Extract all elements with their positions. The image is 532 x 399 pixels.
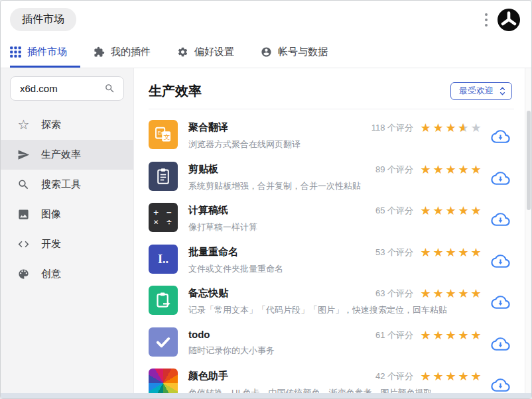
star-icon: ★ xyxy=(419,247,432,258)
sidebar-item-4[interactable]: 图像 xyxy=(1,200,133,229)
plugin-rating: 89 个评分 ★★★★★ xyxy=(375,164,482,176)
clipboard-icon xyxy=(149,162,178,191)
cloud-download-icon[interactable] xyxy=(491,170,510,186)
cloud-download-icon[interactable] xyxy=(491,129,510,144)
star-icon: ★ xyxy=(457,205,470,217)
calculator-icon: + −× ÷ xyxy=(149,203,178,232)
plugin-description: 浏览器方式聚合在线网页翻译 xyxy=(188,139,300,150)
tab-1[interactable]: 插件市场 xyxy=(10,38,80,68)
code-icon xyxy=(17,238,30,251)
content-body: ☆ 探索 生产效率 搜索工具 图像 开发 创意 生产效率 最受欢迎 xyxy=(1,68,531,399)
plugin-rating: 118 个评分 ★★★★★★ xyxy=(371,122,482,134)
star-icon: ★ xyxy=(432,370,444,382)
star-rating: ★★★★★ xyxy=(419,164,482,176)
gear-icon xyxy=(177,46,188,58)
tab-label: 偏好设置 xyxy=(194,46,234,58)
puzzle-icon xyxy=(94,46,105,58)
cloud-download-icon[interactable] xyxy=(491,253,510,269)
tab-2[interactable]: 我的插件 xyxy=(80,38,164,68)
tab-label: 我的插件 xyxy=(111,46,151,58)
sidebar-item-3[interactable]: 搜索工具 xyxy=(1,170,133,200)
sidebar-item-label: 探索 xyxy=(41,119,61,131)
star-icon: ★ xyxy=(470,288,482,300)
star-icon: ★ xyxy=(457,288,470,300)
star-icon: ★ xyxy=(432,122,444,134)
kebab-menu-icon[interactable] xyxy=(482,9,490,30)
plugin-rating: 61 个评分 ★★★★★ xyxy=(375,329,482,341)
plugin-name: 批量重命名 xyxy=(188,246,283,258)
send-icon xyxy=(17,148,30,161)
star-icon: ★ xyxy=(470,122,482,134)
plugin-list: En文 聚合翻译 浏览器方式聚合在线网页翻译 118 个评分 ★★★★★★ 剪贴… xyxy=(134,109,531,398)
star-icon: ★ xyxy=(444,288,457,300)
star-icon: ★ xyxy=(432,288,444,300)
sidebar-search[interactable] xyxy=(10,76,124,101)
star-rating: ★★★★★ xyxy=(419,288,482,300)
search-input[interactable] xyxy=(19,82,104,95)
sidebar-item-1[interactable]: ☆ 探索 xyxy=(1,110,133,140)
chevron-updown-icon xyxy=(499,86,505,96)
plugin-row[interactable]: + −× ÷ 计算稿纸 像打草稿一样计算 65 个评分 ★★★★★ xyxy=(149,203,531,232)
tab-3[interactable]: 偏好设置 xyxy=(164,38,247,68)
sidebar-item-2[interactable]: 生产效率 xyxy=(1,140,133,170)
rename-icon: I.. xyxy=(149,245,178,274)
tab-4[interactable]: 帐号与数据 xyxy=(247,38,341,68)
plugin-row[interactable]: todo 随时记录你的大小事务 61 个评分 ★★★★★ xyxy=(149,327,531,357)
sidebar-item-label: 生产效率 xyxy=(41,148,81,161)
star-icon: ★ xyxy=(470,205,482,217)
app-window: 插件市场 插件市场 我的插件 偏好设置 帐号与数据 ☆ 探索 xyxy=(0,0,532,399)
star-rating: ★★★★★★ xyxy=(419,122,482,134)
cloud-download-icon[interactable] xyxy=(491,377,510,393)
window-bottom-edge xyxy=(1,393,531,398)
plugin-row[interactable]: I.. 批量重命名 文件或文件夹批量重命名 53 个评分 ★★★★★ xyxy=(149,245,531,274)
page-title: 生产效率 xyxy=(149,82,202,100)
star-icon: ★ xyxy=(444,205,457,217)
person-icon xyxy=(261,46,272,58)
sidebar: ☆ 探索 生产效率 搜索工具 图像 开发 创意 xyxy=(1,68,134,399)
star-icon: ★ xyxy=(457,247,470,258)
plugin-description: 记录「常用文本」「代码片段」「图片」，快速搜索定位，回车粘贴 xyxy=(188,304,447,316)
plugin-row[interactable]: 备忘快贴 记录「常用文本」「代码片段」「图片」，快速搜索定位，回车粘贴 63 个… xyxy=(149,286,531,315)
plugin-row[interactable]: 剪贴板 系统剪贴板增强，合并复制，合并一次性粘贴 89 个评分 ★★★★★ xyxy=(149,162,531,191)
plugin-text: 批量重命名 文件或文件夹批量重命名 xyxy=(188,245,283,274)
plugin-name: 剪贴板 xyxy=(188,163,361,176)
rating-count: 63 个评分 xyxy=(375,288,413,300)
memo-icon xyxy=(149,286,178,315)
star-icon: ★ xyxy=(419,329,432,341)
star-icon: ★ xyxy=(432,329,444,341)
star-icon: ★ xyxy=(444,329,457,341)
star-icon: ★ xyxy=(432,205,444,217)
plugin-rating: 42 个评分 ★★★★★ xyxy=(375,370,482,382)
plugin-description: 像打草稿一样计算 xyxy=(188,221,257,233)
sidebar-item-5[interactable]: 开发 xyxy=(1,229,133,259)
star-rating: ★★★★★ xyxy=(419,247,482,258)
sidebar-item-6[interactable]: 创意 xyxy=(1,259,133,289)
plugin-text: 剪贴板 系统剪贴板增强，合并复制，合并一次性粘贴 xyxy=(188,162,361,191)
rating-count: 42 个评分 xyxy=(375,370,413,382)
cloud-download-icon[interactable] xyxy=(491,294,510,310)
cloud-download-icon[interactable] xyxy=(491,336,510,352)
plugin-text: todo 随时记录你的大小事务 xyxy=(188,327,275,357)
star-icon: ★ xyxy=(444,370,457,382)
search-icon xyxy=(104,83,115,94)
star-icon: ★ xyxy=(470,329,482,341)
scrollbar-thumb[interactable] xyxy=(527,111,531,210)
rating-count: 53 个评分 xyxy=(375,247,413,258)
top-right-controls xyxy=(482,8,523,32)
plugin-rating: 63 个评分 ★★★★★ xyxy=(375,288,482,300)
scrollbar-track[interactable] xyxy=(525,68,531,399)
tab-bar: 插件市场 我的插件 偏好设置 帐号与数据 xyxy=(1,38,531,68)
plugin-row[interactable]: En文 聚合翻译 浏览器方式聚合在线网页翻译 118 个评分 ★★★★★★ xyxy=(149,120,531,149)
tab-label: 帐号与数据 xyxy=(278,46,328,58)
sidebar-item-label: 图像 xyxy=(41,208,61,221)
star-icon: ★ xyxy=(419,205,432,217)
plugin-name: todo xyxy=(188,329,275,340)
sidebar-item-label: 开发 xyxy=(41,238,61,251)
grid-icon xyxy=(10,46,21,58)
window-title-pill: 插件市场 xyxy=(10,8,76,31)
plugin-rating: 65 个评分 ★★★★★ xyxy=(375,205,482,217)
sort-dropdown[interactable]: 最受欢迎 xyxy=(450,82,512,100)
utools-logo-icon[interactable] xyxy=(497,8,521,32)
cloud-download-icon[interactable] xyxy=(491,211,510,227)
star-icon: ★ xyxy=(444,164,457,176)
